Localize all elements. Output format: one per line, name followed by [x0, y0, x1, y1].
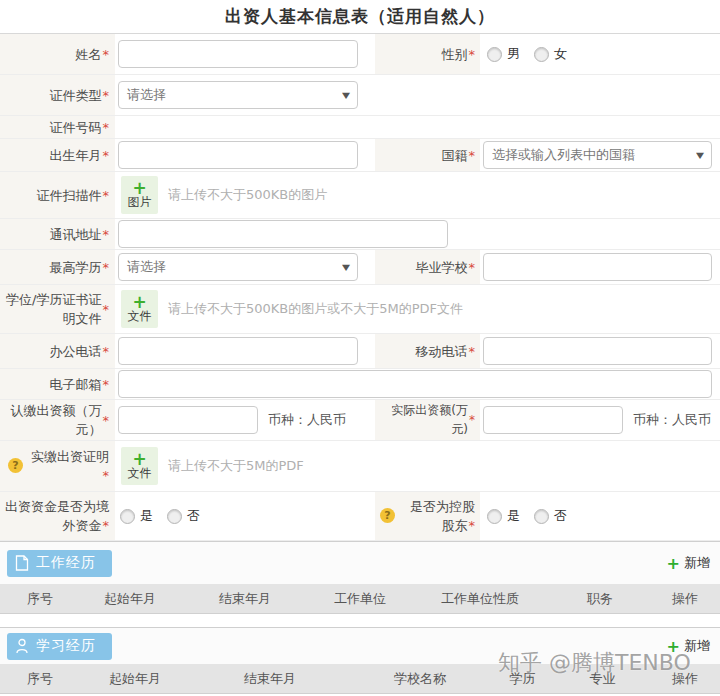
- row-capital: 认缴出资额（万元）* 币种：人民币 实际出资额(万元)* 币种：人民币: [0, 400, 720, 441]
- study-col-actions: 操作: [650, 670, 720, 688]
- study-col-start: 起始年月: [80, 670, 190, 688]
- work-col-start: 起始年月: [80, 590, 180, 608]
- school-field-cell: [480, 250, 720, 284]
- foreign-funds-yes-radio[interactable]: [120, 509, 135, 524]
- nationality-select[interactable]: 选择或输入列表中的国籍 ▼: [483, 141, 712, 169]
- paid-proof-upload-button[interactable]: + 文件: [121, 447, 158, 485]
- study-add-button[interactable]: + 新增: [667, 637, 710, 656]
- mobile-phone-field-cell: [480, 334, 720, 368]
- actual-capital-field-cell: 币种：人民币: [480, 400, 720, 440]
- work-experience-title: 工作经历: [36, 554, 96, 572]
- plus-icon: +: [667, 554, 680, 573]
- degree-files-field-cell: + 文件 请上传不大于500KB的图片或不大于5M的PDF文件: [115, 285, 720, 333]
- birth-date-field-cell: [115, 139, 375, 171]
- required-mark: *: [469, 258, 476, 277]
- required-mark: *: [469, 146, 476, 165]
- upload-file-label: 文件: [128, 309, 152, 323]
- controlling-no-radio[interactable]: [534, 509, 549, 524]
- gender-female-label: 女: [554, 45, 567, 63]
- work-col-employer: 工作单位: [310, 590, 410, 608]
- work-col-actions: 操作: [650, 590, 720, 608]
- question-icon[interactable]: ?: [8, 458, 23, 473]
- office-phone-input[interactable]: [118, 337, 358, 365]
- education-field-cell: 请选择 ▼: [115, 250, 375, 284]
- subscribed-currency-note: 币种：人民币: [268, 411, 346, 429]
- work-col-position: 职务: [550, 590, 650, 608]
- cert-type-placeholder: 请选择: [127, 86, 166, 104]
- question-icon[interactable]: ?: [380, 508, 395, 523]
- foreign-funds-field-cell: 是 否: [115, 492, 375, 540]
- gender-male-radio[interactable]: [487, 47, 502, 62]
- required-mark: *: [469, 342, 476, 361]
- foreign-funds-label: 出资资金是否为境外资金*: [0, 492, 115, 540]
- foreign-funds-no-label: 否: [187, 507, 200, 525]
- required-mark: *: [103, 45, 110, 64]
- plus-icon: +: [667, 637, 680, 656]
- school-input[interactable]: [483, 253, 712, 281]
- gender-male-label: 男: [507, 45, 520, 63]
- gender-field-cell: 男 女: [480, 34, 720, 74]
- required-mark: *: [103, 86, 110, 105]
- required-mark: *: [103, 411, 110, 430]
- row-email: 电子邮箱*: [0, 369, 720, 400]
- cert-scan-field-cell: + 图片 请上传不大于500KB的图片: [115, 172, 720, 218]
- cert-type-label: 证件类型*: [0, 75, 115, 115]
- subscribed-capital-label: 认缴出资额（万元）*: [0, 400, 115, 440]
- school-label: 毕业学校*: [375, 250, 480, 284]
- study-add-label: 新增: [684, 637, 710, 655]
- cert-scan-label: 证件扫描件*: [0, 172, 115, 218]
- controlling-yes-radio[interactable]: [487, 509, 502, 524]
- study-col-end: 结束年月: [190, 670, 350, 688]
- nationality-field-cell: 选择或输入列表中的国籍 ▼: [480, 139, 720, 171]
- required-mark: *: [103, 146, 110, 165]
- row-cert-scan: 证件扫描件* + 图片 请上传不大于500KB的图片: [0, 172, 720, 219]
- mobile-phone-input[interactable]: [483, 337, 712, 365]
- row-paid-proof: ? 实缴出资证明* + 文件 请上传不大于5M的PDF: [0, 441, 720, 492]
- foreign-funds-no-radio[interactable]: [167, 509, 182, 524]
- required-mark: *: [103, 518, 110, 533]
- cert-scan-upload-button[interactable]: + 图片: [121, 176, 158, 214]
- required-mark: *: [103, 300, 110, 319]
- education-placeholder: 请选择: [127, 258, 166, 276]
- email-label: 电子邮箱*: [0, 369, 115, 399]
- required-mark: *: [103, 342, 110, 361]
- plus-icon: +: [132, 181, 146, 195]
- study-experience-title: 学习经历: [36, 637, 96, 655]
- email-field-cell: [115, 369, 720, 399]
- section-gap: [0, 614, 720, 627]
- controlling-yes-label: 是: [507, 507, 520, 525]
- gender-label: 性别*: [375, 34, 480, 74]
- chevron-down-icon: ▼: [696, 151, 704, 160]
- upload-image-label: 图片: [128, 195, 152, 209]
- work-table-header: 序号 起始年月 结束年月 工作单位 工作单位性质 职务 操作: [0, 584, 720, 614]
- chevron-down-icon: ▼: [342, 263, 350, 272]
- education-select[interactable]: 请选择 ▼: [118, 253, 358, 281]
- row-education-school: 最高学历* 请选择 ▼ 毕业学校*: [0, 250, 720, 285]
- address-input[interactable]: [118, 220, 448, 248]
- plus-icon: +: [132, 295, 146, 309]
- actual-currency-note: 币种：人民币: [633, 411, 711, 429]
- degree-files-upload-button[interactable]: + 文件: [121, 290, 158, 328]
- name-input[interactable]: [118, 40, 358, 68]
- degree-files-hint: 请上传不大于500KB的图片或不大于5M的PDF文件: [168, 300, 463, 318]
- required-mark: *: [103, 225, 110, 244]
- work-add-label: 新增: [684, 554, 710, 572]
- education-label: 最高学历*: [0, 250, 115, 284]
- cert-type-select[interactable]: 请选择 ▼: [118, 81, 358, 109]
- gender-female-radio[interactable]: [534, 47, 549, 62]
- study-experience-section-header: 学习经历 + 新增: [0, 627, 720, 664]
- address-field-cell: [115, 219, 720, 249]
- birth-date-input[interactable]: [118, 141, 358, 169]
- required-mark: *: [469, 45, 476, 64]
- document-icon: [15, 555, 29, 571]
- required-mark: *: [103, 118, 110, 137]
- actual-capital-input[interactable]: [483, 406, 623, 434]
- cert-number-field-cell: [115, 116, 720, 138]
- work-experience-section-header: 工作经历 + 新增: [0, 541, 720, 584]
- work-add-button[interactable]: + 新增: [667, 554, 710, 573]
- email-input[interactable]: [118, 370, 712, 398]
- subscribed-capital-input[interactable]: [118, 406, 258, 434]
- actual-capital-label: 实际出资额(万元)*: [375, 400, 480, 440]
- work-col-index: 序号: [0, 590, 80, 608]
- name-label: 姓名*: [0, 34, 115, 74]
